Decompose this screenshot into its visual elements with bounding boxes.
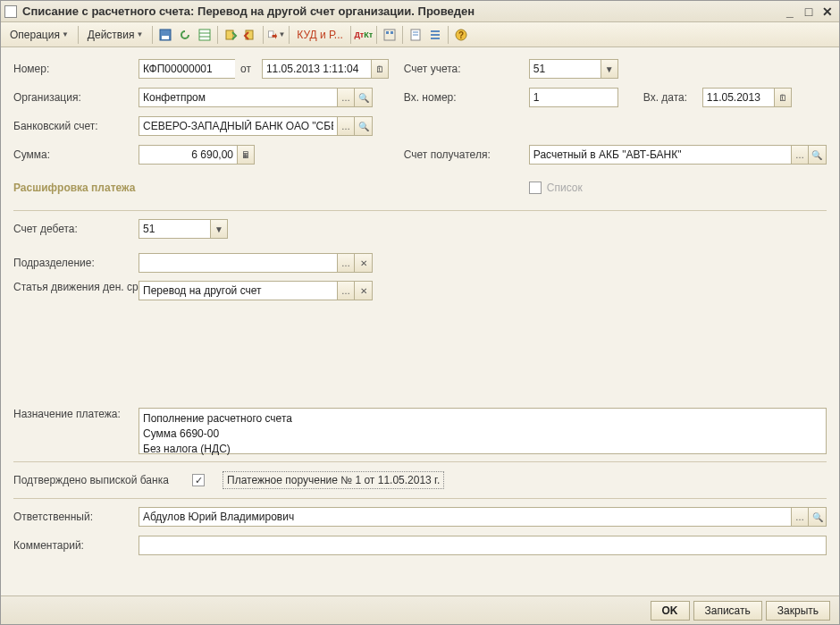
number-field[interactable]	[139, 59, 235, 79]
recipient-account-input[interactable]	[529, 145, 791, 165]
label-purpose: Назначение платежа:	[13, 408, 139, 422]
divider	[13, 210, 827, 211]
bank-account-input[interactable]	[139, 116, 337, 136]
responsible-field[interactable]: … 🔍	[139, 507, 827, 527]
label-bank-account: Банковский счет:	[13, 120, 139, 132]
minimize-button[interactable]: _	[782, 4, 798, 19]
kud-button[interactable]: КУД и Р...	[293, 26, 346, 44]
titlebar: Списание с расчетного счета: Перевод на …	[1, 1, 839, 22]
org-field[interactable]: … 🔍	[139, 88, 373, 107]
debit-input[interactable]	[139, 219, 210, 239]
sum-input[interactable]	[139, 145, 237, 165]
datetime-field[interactable]: 🗓	[262, 59, 389, 79]
svg-rect-1	[162, 36, 169, 39]
toolbar-refresh-icon[interactable]	[176, 26, 194, 44]
label-confirmed: Подтверждено выпиской банка	[13, 474, 192, 486]
toolbar-spreadsheet-icon[interactable]	[196, 26, 214, 44]
operation-menu[interactable]: Операция ▼	[4, 26, 74, 44]
separator	[402, 26, 403, 44]
separator	[350, 26, 351, 44]
select-icon[interactable]: …	[337, 88, 355, 107]
article-field[interactable]: … ✕	[139, 281, 373, 300]
svg-text:?: ?	[458, 30, 464, 40]
toolbar-post-icon[interactable]	[222, 26, 239, 44]
chevron-down-icon[interactable]: ▼	[210, 219, 228, 239]
label-responsible: Ответственный:	[13, 511, 139, 523]
in-date-input[interactable]	[702, 88, 774, 107]
calendar-icon[interactable]: 🗓	[371, 59, 389, 79]
toolbar-unpost-icon[interactable]	[241, 26, 259, 44]
payment-order-link[interactable]: Платежное поручение № 1 от 11.05.2013 г.	[223, 471, 444, 489]
separator	[217, 26, 218, 44]
separator	[152, 26, 153, 44]
window-title: Списание с расчетного счета: Перевод на …	[22, 4, 779, 18]
toolbar-save-icon[interactable]	[156, 26, 174, 44]
toolbar-list-icon[interactable]	[426, 26, 444, 44]
separator	[448, 26, 449, 44]
number-input[interactable]	[139, 59, 235, 79]
svg-rect-5	[226, 30, 233, 39]
division-field[interactable]: … ✕	[139, 253, 373, 273]
label-recipient-account: Счет получателя:	[404, 148, 529, 161]
svg-rect-9	[386, 31, 389, 34]
bank-account-field[interactable]: … 🔍	[139, 116, 373, 136]
maximize-button[interactable]: □	[801, 4, 817, 19]
search-icon[interactable]: 🔍	[355, 116, 373, 136]
svg-rect-10	[391, 31, 393, 34]
toolbar-structure-icon[interactable]	[381, 26, 399, 44]
label-debit: Счет дебета:	[13, 223, 139, 235]
sum-field[interactable]: 🖩	[139, 145, 255, 165]
toolbar-basedon-icon[interactable]: ▼	[267, 26, 285, 44]
purpose-textarea[interactable]: Пополнение расчетного счета Сумма 6690-0…	[139, 408, 827, 454]
search-icon[interactable]: 🔍	[809, 145, 827, 165]
chevron-down-icon[interactable]: ▼	[601, 59, 618, 79]
operation-label: Операция	[10, 29, 60, 41]
division-input[interactable]	[139, 253, 337, 273]
label-list: Список	[547, 182, 588, 194]
separator	[78, 26, 79, 44]
separator	[263, 26, 264, 44]
select-icon[interactable]: …	[337, 281, 355, 300]
separator	[289, 26, 290, 44]
article-input[interactable]	[139, 281, 337, 300]
document-icon	[4, 5, 17, 18]
select-icon[interactable]: …	[337, 253, 355, 273]
clear-icon[interactable]: ✕	[355, 281, 373, 300]
in-date-field[interactable]: 🗓	[702, 88, 792, 107]
select-icon[interactable]: …	[337, 116, 355, 136]
close-button[interactable]: Закрыть	[766, 601, 830, 621]
responsible-input[interactable]	[139, 507, 791, 527]
svg-rect-2	[199, 30, 210, 40]
actions-menu[interactable]: Действия ▼	[82, 26, 149, 44]
calculator-icon[interactable]: 🖩	[237, 145, 255, 165]
clear-icon[interactable]: ✕	[355, 253, 373, 273]
in-number-input[interactable]	[529, 88, 618, 107]
label-comment: Комментарий:	[13, 539, 139, 552]
calendar-icon[interactable]: 🗓	[774, 88, 792, 107]
comment-input[interactable]	[139, 536, 827, 555]
kud-label: КУД и Р...	[297, 29, 342, 41]
close-window-button[interactable]: ✕	[819, 4, 836, 19]
confirmed-checkbox[interactable]: ✓	[192, 474, 205, 486]
recipient-account-field[interactable]: … 🔍	[529, 145, 827, 165]
account-uchet-input[interactable]	[529, 59, 601, 79]
write-button[interactable]: Записать	[693, 601, 762, 621]
form-content: Номер: от 🗓 Счет учета: ▼ Организация: …	[1, 47, 839, 595]
search-icon[interactable]: 🔍	[809, 507, 827, 527]
label-sum: Сумма:	[13, 148, 139, 161]
datetime-input[interactable]	[262, 59, 371, 79]
org-input[interactable]	[139, 88, 337, 107]
label-article: Статья движения ден. средств:	[13, 281, 139, 295]
debit-field[interactable]: ▼	[139, 219, 228, 239]
toolbar-report-icon[interactable]	[407, 26, 424, 44]
search-icon[interactable]: 🔍	[355, 88, 373, 107]
account-uchet-field[interactable]: ▼	[529, 59, 618, 79]
select-icon[interactable]: …	[791, 507, 809, 527]
list-checkbox[interactable]	[529, 182, 542, 194]
label-number: Номер:	[13, 63, 139, 75]
ok-button[interactable]: OK	[651, 601, 690, 621]
toolbar-help-icon[interactable]: ?	[452, 26, 470, 44]
select-icon[interactable]: …	[791, 145, 809, 165]
chevron-down-icon: ▼	[62, 30, 69, 38]
toolbar-dtkt-icon[interactable]: ДтКт	[355, 26, 373, 44]
